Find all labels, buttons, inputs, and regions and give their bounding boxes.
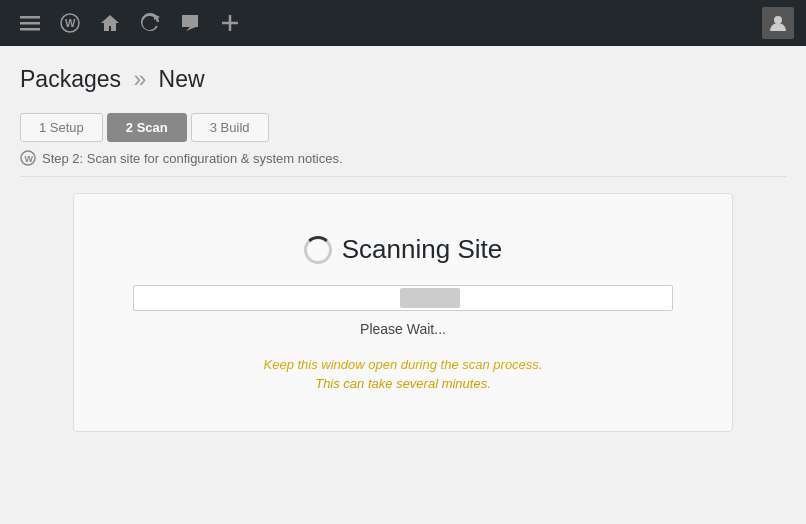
svg-text:W: W [65, 17, 76, 29]
breadcrumb-separator: » [133, 66, 146, 92]
progress-bar [133, 285, 673, 311]
home-icon[interactable] [92, 5, 128, 41]
wp-step-icon: W [20, 150, 36, 166]
svg-rect-1 [20, 22, 40, 25]
warning-line-2: This can take several minutes. [104, 376, 702, 391]
svg-rect-2 [20, 28, 40, 31]
breadcrumb-current: New [159, 66, 205, 92]
hamburger-menu-icon[interactable] [12, 5, 48, 41]
step-1-setup[interactable]: 1 Setup [20, 113, 103, 142]
top-nav: W [0, 0, 806, 46]
step-description-text: Step 2: Scan site for configuration & sy… [42, 151, 343, 166]
main-content: Packages » New 1 Setup 2 Scan 3 Build W … [0, 46, 806, 452]
svg-rect-0 [20, 16, 40, 19]
scanning-title: Scanning Site [104, 234, 702, 265]
breadcrumb-root: Packages [20, 66, 121, 92]
refresh-icon[interactable] [132, 5, 168, 41]
feedback-icon[interactable] [172, 5, 208, 41]
add-icon[interactable] [212, 5, 248, 41]
svg-point-10 [774, 16, 782, 24]
warning-line-1: Keep this window open during the scan pr… [104, 355, 702, 376]
please-wait-label: Please Wait... [104, 321, 702, 337]
step-description: W Step 2: Scan site for configuration & … [20, 150, 786, 177]
scanning-title-text: Scanning Site [342, 234, 502, 265]
step-2-scan[interactable]: 2 Scan [107, 113, 187, 142]
wordpress-icon[interactable]: W [52, 5, 88, 41]
scan-box: Scanning Site Please Wait... Keep this w… [73, 193, 733, 432]
breadcrumb: Packages » New [20, 66, 786, 93]
progress-fill [134, 286, 430, 310]
progress-thumb [400, 288, 460, 308]
step-3-build[interactable]: 3 Build [191, 113, 269, 142]
user-avatar[interactable] [762, 7, 794, 39]
steps-bar: 1 Setup 2 Scan 3 Build [20, 113, 786, 142]
spinner-icon [304, 236, 332, 264]
svg-text:W: W [25, 154, 34, 164]
